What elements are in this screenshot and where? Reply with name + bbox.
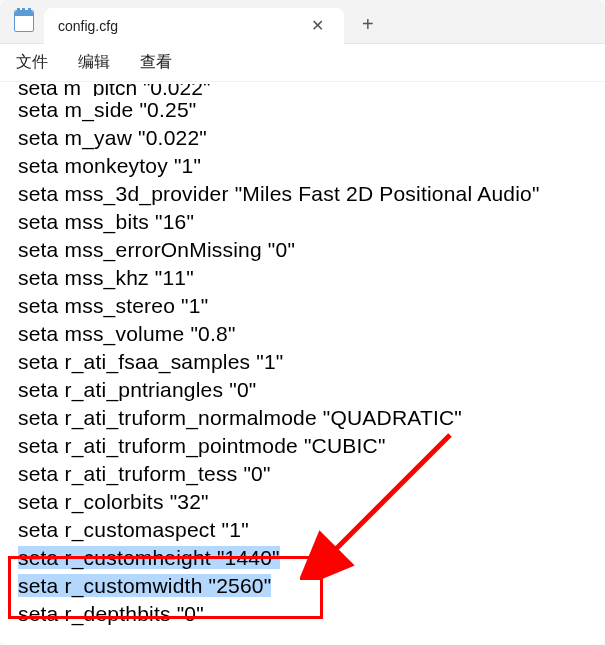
config-line-partial: seta m_pitch "0.022" [18,84,587,96]
config-line: seta mss_khz "11" [18,264,587,292]
config-line: seta mss_stereo "1" [18,292,587,320]
config-line: seta r_customaspect "1" [18,516,587,544]
watermark-text: 小黑盒 [555,616,591,633]
close-tab-icon[interactable]: ✕ [305,14,330,37]
menu-file[interactable]: 文件 [16,52,48,73]
file-tab[interactable]: config.cfg ✕ [44,8,344,44]
menu-bar: 文件 编辑 查看 [0,44,605,82]
tab-title: config.cfg [58,18,305,34]
config-line: seta r_depthbits "0" [18,600,587,628]
config-line: seta r_ati_truform_normalmode "QUADRATIC… [18,404,587,432]
new-tab-button[interactable]: + [344,13,392,36]
config-line-highlighted: seta r_customwidth "2560" [18,572,587,600]
menu-view[interactable]: 查看 [140,52,172,73]
editor-window: config.cfg ✕ + 文件 编辑 查看 seta m_pitch "0.… [0,0,605,645]
config-line: seta monkeytoy "1" [18,152,587,180]
config-line: seta r_colorbits "32" [18,488,587,516]
config-line-highlighted: seta r_customheight "1440" [18,544,587,572]
config-line: seta r_ati_truform_pointmode "CUBIC" [18,432,587,460]
notepad-app-icon [14,10,34,34]
config-line: seta r_ati_pntriangles "0" [18,376,587,404]
config-line: seta mss_errorOnMissing "0" [18,236,587,264]
tab-bar: config.cfg ✕ + [0,0,605,44]
config-line: seta mss_bits "16" [18,208,587,236]
config-line: seta mss_3d_provider "Miles Fast 2D Posi… [18,180,587,208]
config-line: seta m_yaw "0.022" [18,124,587,152]
config-line: seta r_ati_truform_tess "0" [18,460,587,488]
config-line: seta r_ati_fsaa_samples "1" [18,348,587,376]
watermark: 小黑盒 [537,616,591,633]
menu-edit[interactable]: 编辑 [78,52,110,73]
watermark-icon [537,618,551,632]
editor-content[interactable]: seta m_pitch "0.022" seta m_side "0.25" … [0,82,605,636]
config-line: seta mss_volume "0.8" [18,320,587,348]
config-line: seta m_side "0.25" [18,96,587,124]
